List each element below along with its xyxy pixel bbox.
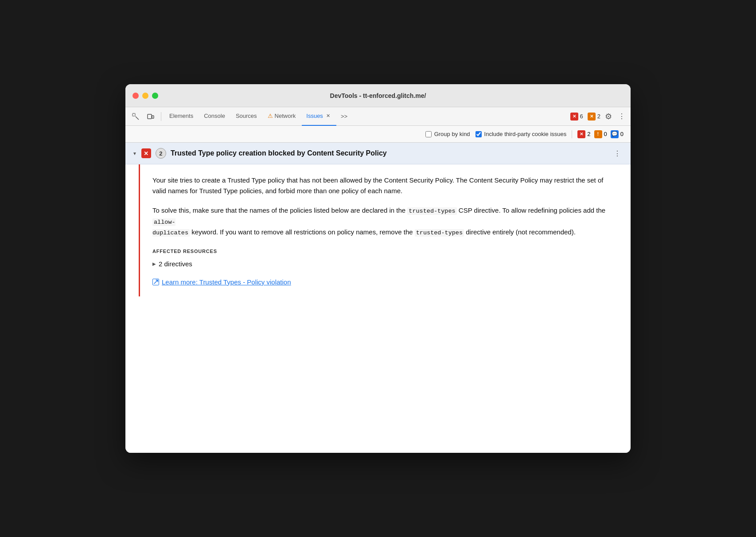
tab-sources[interactable]: Sources <box>231 107 261 126</box>
devtools-window: DevTools - tt-enforced.glitch.me/ Elemen… <box>125 84 631 453</box>
solution-code-2: allow-duplicates <box>152 218 190 237</box>
tab-issues-label: Issues <box>306 113 323 119</box>
issues-counts: ✕ 2 ! 0 💬 0 <box>572 130 624 138</box>
warning-triangle-icon: ⚠ <box>268 113 273 119</box>
issue-error-icon: ✕ <box>141 148 151 158</box>
minimize-button[interactable] <box>142 93 148 99</box>
toolbar-divider-1 <box>161 112 161 121</box>
group-by-kind-checkbox[interactable] <box>425 131 432 137</box>
device-toolbar-button[interactable] <box>144 110 157 123</box>
tab-network-label: Network <box>275 113 296 119</box>
window-controls <box>132 93 158 99</box>
learn-more-text: Learn more: Trusted Types - Policy viola… <box>162 278 291 286</box>
main-content: ▼ ✕ 2 Trusted Type policy creation block… <box>125 143 631 453</box>
issue-body-wrapper: Your site tries to create a Trusted Type… <box>125 164 631 296</box>
tab-console-label: Console <box>204 113 225 119</box>
info-count-item: 💬 0 <box>611 130 624 138</box>
directives-arrow-icon: ▶ <box>152 261 156 266</box>
tab-console[interactable]: Console <box>199 107 230 126</box>
error-count-icon: ✕ <box>577 130 585 138</box>
issue-description: Your site tries to create a Trusted Type… <box>152 175 613 196</box>
more-options-button[interactable]: ⋮ <box>616 110 627 123</box>
include-third-party-text: Include third-party cookie issues <box>484 131 567 137</box>
affected-resources: AFFECTED RESOURCES ▶ 2 directives <box>152 249 613 269</box>
tab-issues[interactable]: Issues ✕ <box>302 107 336 126</box>
tab-elements-label: Elements <box>169 113 193 119</box>
svg-rect-2 <box>148 114 152 119</box>
include-third-party-label[interactable]: Include third-party cookie issues <box>475 131 567 137</box>
issue-count-circle: 2 <box>156 148 166 159</box>
info-count-icon: 💬 <box>611 130 619 138</box>
error-count-value: 2 <box>587 131 590 137</box>
error-badge-group: ✕ 6 <box>570 113 583 121</box>
solution-code-1: trusted-types <box>407 207 456 215</box>
issue-header[interactable]: ▼ ✕ 2 Trusted Type policy creation block… <box>125 143 631 164</box>
issues-toolbar: Group by kind Include third-party cookie… <box>125 126 631 143</box>
directives-label: 2 directives <box>159 260 192 268</box>
warning-count-item: ! 0 <box>594 130 607 138</box>
close-issues-tab-button[interactable]: ✕ <box>325 113 332 120</box>
error-count-item: ✕ 2 <box>577 130 590 138</box>
gear-icon: ⚙ <box>605 112 612 121</box>
issue-title: Trusted Type policy creation blocked by … <box>171 149 607 157</box>
affected-resources-label: AFFECTED RESOURCES <box>152 249 613 254</box>
tab-elements[interactable]: Elements <box>165 107 198 126</box>
warning-badge-group: ✕ 2 <box>588 113 600 121</box>
main-toolbar: Elements Console Sources ⚠ Network Issue… <box>125 107 631 126</box>
maximize-button[interactable] <box>152 93 158 99</box>
title-bar: DevTools - tt-enforced.glitch.me/ <box>125 84 631 107</box>
directives-toggle[interactable]: ▶ 2 directives <box>152 258 613 269</box>
close-button[interactable] <box>132 93 139 99</box>
svg-rect-0 <box>132 113 135 116</box>
settings-button[interactable]: ⚙ <box>602 110 615 123</box>
info-count-value: 0 <box>620 131 624 137</box>
issue-content: Your site tries to create a Trusted Type… <box>140 164 631 296</box>
more-tabs-icon: >> <box>341 113 347 120</box>
warning-icon: ✕ <box>588 113 596 121</box>
issue-chevron-icon: ▼ <box>132 151 137 156</box>
more-options-icon: ⋮ <box>618 112 625 121</box>
more-tabs-button[interactable]: >> <box>338 107 350 126</box>
warning-count-icon: ! <box>594 130 602 138</box>
warning-count-value: 0 <box>604 131 607 137</box>
issue-description-text: Your site tries to create a Trusted Type… <box>152 176 603 195</box>
inspect-element-button[interactable] <box>129 110 142 123</box>
learn-more-link[interactable]: Learn more: Trusted Types - Policy viola… <box>152 278 613 286</box>
issue-indent <box>125 164 139 296</box>
solution-code-3: trusted-types <box>415 229 464 237</box>
error-count: 6 <box>580 113 583 120</box>
svg-line-1 <box>136 117 139 120</box>
svg-rect-3 <box>152 116 154 118</box>
group-by-kind-label[interactable]: Group by kind <box>425 131 470 137</box>
tab-network[interactable]: ⚠ Network <box>263 107 300 126</box>
warning-count: 2 <box>597 113 600 120</box>
error-icon: ✕ <box>570 113 578 121</box>
external-link-icon <box>152 279 159 285</box>
group-by-kind-text: Group by kind <box>434 131 470 137</box>
include-third-party-checkbox[interactable] <box>475 131 482 137</box>
window-title: DevTools - tt-enforced.glitch.me/ <box>330 92 426 99</box>
tab-sources-label: Sources <box>236 113 257 119</box>
issue-more-button[interactable]: ⋮ <box>611 147 624 160</box>
issue-solution: To solve this, make sure that the names … <box>152 205 613 238</box>
